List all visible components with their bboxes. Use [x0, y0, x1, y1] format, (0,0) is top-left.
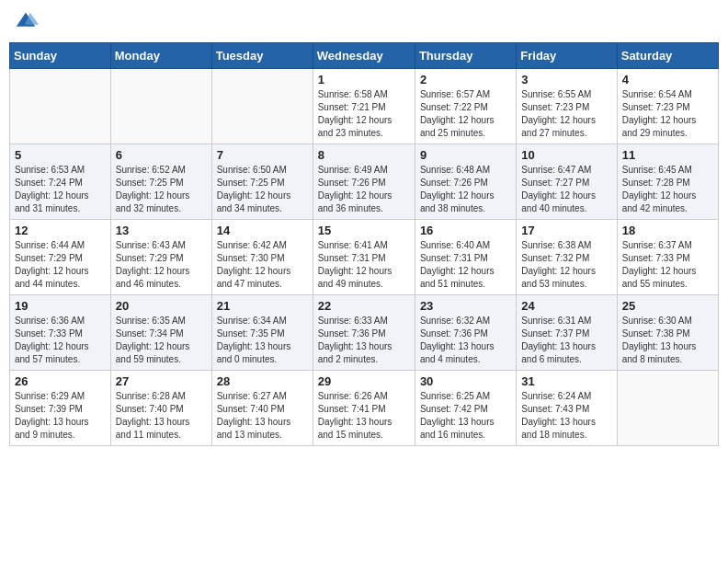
day-info: Sunrise: 6:47 AM Sunset: 7:27 PM Dayligh…	[521, 164, 611, 215]
day-number: 17	[521, 224, 611, 237]
day-number: 29	[318, 374, 410, 388]
day-info: Sunrise: 6:29 AM Sunset: 7:39 PM Dayligh…	[15, 390, 106, 442]
day-info: Sunrise: 6:54 AM Sunset: 7:23 PM Dayligh…	[622, 88, 713, 140]
day-number: 25	[622, 299, 713, 313]
header-friday: Friday	[517, 43, 617, 69]
calendar-week-row: 26Sunrise: 6:29 AM Sunset: 7:39 PM Dayli…	[10, 371, 719, 446]
calendar-cell: 14Sunrise: 6:42 AM Sunset: 7:30 PM Dayli…	[211, 220, 313, 295]
day-info: Sunrise: 6:48 AM Sunset: 7:26 PM Dayligh…	[420, 164, 511, 215]
calendar-cell: 9Sunrise: 6:48 AM Sunset: 7:26 PM Daylig…	[415, 144, 516, 220]
day-info: Sunrise: 6:43 AM Sunset: 7:29 PM Dayligh…	[116, 239, 207, 291]
day-info: Sunrise: 6:53 AM Sunset: 7:24 PM Dayligh…	[15, 164, 106, 215]
calendar-cell: 12Sunrise: 6:44 AM Sunset: 7:29 PM Dayli…	[10, 220, 111, 295]
day-info: Sunrise: 6:34 AM Sunset: 7:35 PM Dayligh…	[217, 315, 308, 366]
day-number: 30	[420, 374, 511, 388]
day-info: Sunrise: 6:50 AM Sunset: 7:25 PM Dayligh…	[217, 164, 308, 215]
day-info: Sunrise: 6:37 AM Sunset: 7:33 PM Dayligh…	[622, 239, 713, 291]
day-info: Sunrise: 6:36 AM Sunset: 7:33 PM Dayligh…	[15, 315, 106, 366]
day-number: 5	[15, 148, 106, 162]
day-number: 13	[116, 224, 207, 237]
day-number: 27	[116, 374, 207, 388]
calendar-cell: 28Sunrise: 6:27 AM Sunset: 7:40 PM Dayli…	[211, 371, 313, 446]
calendar-cell: 24Sunrise: 6:31 AM Sunset: 7:37 PM Dayli…	[517, 295, 617, 371]
calendar-cell: 29Sunrise: 6:26 AM Sunset: 7:41 PM Dayli…	[313, 371, 415, 446]
day-info: Sunrise: 6:32 AM Sunset: 7:36 PM Dayligh…	[420, 315, 511, 366]
calendar-cell: 18Sunrise: 6:37 AM Sunset: 7:33 PM Dayli…	[617, 220, 718, 295]
calendar-cell	[617, 371, 718, 446]
logo	[13, 9, 42, 35]
calendar-cell: 17Sunrise: 6:38 AM Sunset: 7:32 PM Dayli…	[517, 220, 617, 295]
calendar-cell: 15Sunrise: 6:41 AM Sunset: 7:31 PM Dayli…	[313, 220, 415, 295]
calendar-cell: 26Sunrise: 6:29 AM Sunset: 7:39 PM Dayli…	[10, 371, 111, 446]
calendar-cell: 19Sunrise: 6:36 AM Sunset: 7:33 PM Dayli…	[10, 295, 111, 371]
day-number: 8	[318, 148, 410, 162]
calendar-cell: 11Sunrise: 6:45 AM Sunset: 7:28 PM Dayli…	[617, 144, 718, 220]
day-number: 15	[318, 224, 410, 237]
day-info: Sunrise: 6:49 AM Sunset: 7:26 PM Dayligh…	[318, 164, 410, 215]
calendar-table: SundayMondayTuesdayWednesdayThursdayFrid…	[9, 42, 719, 446]
day-number: 20	[116, 299, 207, 313]
day-info: Sunrise: 6:30 AM Sunset: 7:38 PM Dayligh…	[622, 315, 713, 366]
day-info: Sunrise: 6:42 AM Sunset: 7:30 PM Dayligh…	[217, 239, 308, 291]
calendar-cell: 23Sunrise: 6:32 AM Sunset: 7:36 PM Dayli…	[415, 295, 516, 371]
day-number: 12	[15, 224, 106, 237]
day-number: 31	[521, 374, 611, 388]
day-number: 2	[420, 73, 511, 86]
day-number: 23	[420, 299, 511, 313]
day-number: 18	[622, 224, 713, 237]
day-number: 7	[217, 148, 308, 162]
calendar-cell: 13Sunrise: 6:43 AM Sunset: 7:29 PM Dayli…	[110, 220, 211, 295]
day-info: Sunrise: 6:26 AM Sunset: 7:41 PM Dayligh…	[318, 390, 410, 442]
calendar-cell: 22Sunrise: 6:33 AM Sunset: 7:36 PM Dayli…	[313, 295, 415, 371]
calendar-cell: 21Sunrise: 6:34 AM Sunset: 7:35 PM Dayli…	[211, 295, 313, 371]
calendar-week-row: 12Sunrise: 6:44 AM Sunset: 7:29 PM Dayli…	[10, 220, 719, 295]
day-info: Sunrise: 6:44 AM Sunset: 7:29 PM Dayligh…	[15, 239, 106, 291]
day-number: 19	[15, 299, 106, 313]
day-number: 28	[217, 374, 308, 388]
day-info: Sunrise: 6:38 AM Sunset: 7:32 PM Dayligh…	[521, 239, 611, 291]
day-info: Sunrise: 6:58 AM Sunset: 7:21 PM Dayligh…	[318, 88, 410, 140]
calendar-cell: 16Sunrise: 6:40 AM Sunset: 7:31 PM Dayli…	[415, 220, 516, 295]
calendar-cell: 4Sunrise: 6:54 AM Sunset: 7:23 PM Daylig…	[617, 69, 718, 144]
day-info: Sunrise: 6:28 AM Sunset: 7:40 PM Dayligh…	[116, 390, 207, 442]
calendar-cell: 8Sunrise: 6:49 AM Sunset: 7:26 PM Daylig…	[313, 144, 415, 220]
calendar-cell	[110, 69, 211, 144]
day-number: 11	[622, 148, 713, 162]
day-info: Sunrise: 6:31 AM Sunset: 7:37 PM Dayligh…	[521, 315, 611, 366]
day-info: Sunrise: 6:24 AM Sunset: 7:43 PM Dayligh…	[521, 390, 611, 442]
calendar-week-row: 19Sunrise: 6:36 AM Sunset: 7:33 PM Dayli…	[10, 295, 719, 371]
day-number: 1	[318, 73, 410, 86]
calendar-cell	[10, 69, 111, 144]
calendar-cell: 10Sunrise: 6:47 AM Sunset: 7:27 PM Dayli…	[517, 144, 617, 220]
day-info: Sunrise: 6:33 AM Sunset: 7:36 PM Dayligh…	[318, 315, 410, 366]
day-number: 3	[521, 73, 611, 86]
day-info: Sunrise: 6:55 AM Sunset: 7:23 PM Dayligh…	[521, 88, 611, 140]
day-info: Sunrise: 6:40 AM Sunset: 7:31 PM Dayligh…	[420, 239, 511, 291]
day-info: Sunrise: 6:57 AM Sunset: 7:22 PM Dayligh…	[420, 88, 511, 140]
calendar-header-row: SundayMondayTuesdayWednesdayThursdayFrid…	[10, 43, 719, 69]
logo-icon	[13, 9, 39, 35]
calendar-cell: 25Sunrise: 6:30 AM Sunset: 7:38 PM Dayli…	[617, 295, 718, 371]
header-thursday: Thursday	[415, 43, 516, 69]
calendar-cell: 6Sunrise: 6:52 AM Sunset: 7:25 PM Daylig…	[110, 144, 211, 220]
header-sunday: Sunday	[10, 43, 111, 69]
header-monday: Monday	[110, 43, 211, 69]
day-info: Sunrise: 6:41 AM Sunset: 7:31 PM Dayligh…	[318, 239, 410, 291]
calendar-cell: 31Sunrise: 6:24 AM Sunset: 7:43 PM Dayli…	[517, 371, 617, 446]
calendar-cell: 30Sunrise: 6:25 AM Sunset: 7:42 PM Dayli…	[415, 371, 516, 446]
calendar-cell: 2Sunrise: 6:57 AM Sunset: 7:22 PM Daylig…	[415, 69, 516, 144]
day-number: 24	[521, 299, 611, 313]
calendar-cell: 5Sunrise: 6:53 AM Sunset: 7:24 PM Daylig…	[10, 144, 111, 220]
header-saturday: Saturday	[617, 43, 718, 69]
day-number: 26	[15, 374, 106, 388]
day-number: 6	[116, 148, 207, 162]
day-info: Sunrise: 6:27 AM Sunset: 7:40 PM Dayligh…	[217, 390, 308, 442]
day-info: Sunrise: 6:35 AM Sunset: 7:34 PM Dayligh…	[116, 315, 207, 366]
day-number: 16	[420, 224, 511, 237]
calendar-cell: 27Sunrise: 6:28 AM Sunset: 7:40 PM Dayli…	[110, 371, 211, 446]
day-number: 10	[521, 148, 611, 162]
day-info: Sunrise: 6:25 AM Sunset: 7:42 PM Dayligh…	[420, 390, 511, 442]
day-number: 22	[318, 299, 410, 313]
calendar-week-row: 5Sunrise: 6:53 AM Sunset: 7:24 PM Daylig…	[10, 144, 719, 220]
day-number: 9	[420, 148, 511, 162]
